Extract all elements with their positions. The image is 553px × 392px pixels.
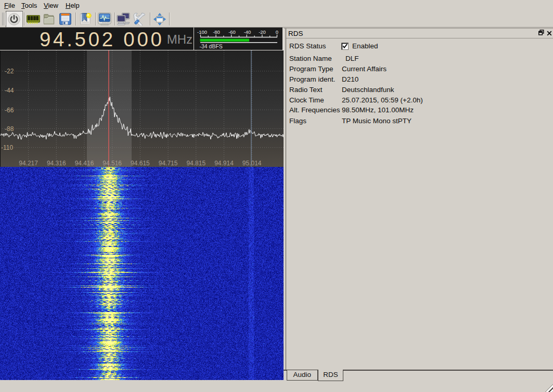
svg-text:94.815: 94.815 [186,160,205,167]
svg-text:-66: -66 [5,107,14,114]
svg-text:94.615: 94.615 [131,160,150,167]
svg-text:95.014: 95.014 [242,160,262,167]
svg-text:-34 dBFS: -34 dBFS [200,43,223,49]
svg-text:94.715: 94.715 [159,160,178,167]
svg-text:94.914: 94.914 [214,160,234,167]
svg-text:94.316: 94.316 [47,160,66,167]
svg-text:-88: -88 [5,125,14,133]
svg-text:-20: -20 [259,29,266,35]
svg-text:-40: -40 [244,29,251,35]
svg-text:-60: -60 [228,29,236,35]
svg-text:0: 0 [276,29,278,35]
svg-text:-80: -80 [213,29,220,35]
svg-text:-22: -22 [5,68,14,75]
svg-text:-100: -100 [197,29,207,35]
svg-text:94.217: 94.217 [19,160,38,167]
svg-text:-44: -44 [5,87,14,94]
svg-text:94.516: 94.516 [102,160,122,167]
svg-text:-110: -110 [1,144,13,151]
svg-text:94.416: 94.416 [75,160,94,167]
